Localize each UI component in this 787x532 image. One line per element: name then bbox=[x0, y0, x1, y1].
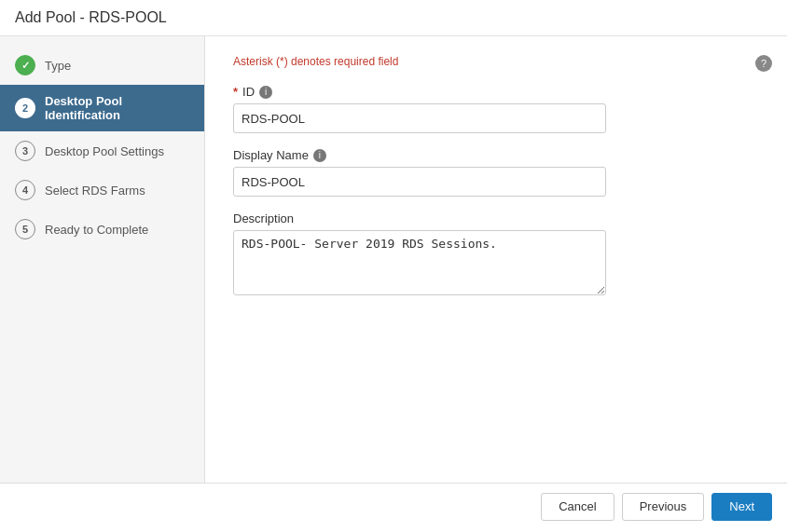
display-name-input[interactable] bbox=[233, 167, 606, 197]
page-title: Add Pool - RDS-POOL bbox=[0, 0, 787, 36]
step-2-label: Desktop Pool Identification bbox=[45, 94, 189, 122]
description-field-group: Description RDS-POOL- Server 2019 RDS Se… bbox=[233, 211, 759, 298]
step-4-label: Select RDS Farms bbox=[45, 184, 145, 198]
sidebar-item-desktop-pool-identification[interactable]: 2 Desktop Pool Identification bbox=[0, 85, 204, 131]
sidebar-item-ready-to-complete[interactable]: 5 Ready to Complete bbox=[0, 210, 204, 249]
sidebar: ✓ Type 2 Desktop Pool Identification 3 D… bbox=[0, 36, 205, 483]
step-1-number: ✓ bbox=[15, 55, 35, 75]
display-name-label: Display Name i bbox=[233, 148, 759, 162]
step-1-label: Type bbox=[45, 59, 71, 73]
step-2-number: 2 bbox=[15, 98, 35, 118]
step-5-label: Ready to Complete bbox=[45, 223, 148, 237]
cancel-button[interactable]: Cancel bbox=[541, 493, 614, 521]
description-textarea[interactable]: RDS-POOL- Server 2019 RDS Sessions. bbox=[233, 230, 606, 295]
step-3-label: Desktop Pool Settings bbox=[45, 144, 164, 158]
sidebar-item-type[interactable]: ✓ Type bbox=[0, 46, 204, 85]
footer: Cancel Previous Next bbox=[0, 483, 787, 529]
id-label: * ID i bbox=[233, 85, 759, 99]
id-field-group: * ID i bbox=[233, 85, 759, 133]
next-button[interactable]: Next bbox=[711, 493, 772, 521]
step-5-number: 5 bbox=[15, 219, 35, 239]
id-input[interactable] bbox=[233, 103, 606, 133]
help-icon[interactable]: ? bbox=[755, 55, 772, 72]
sidebar-item-desktop-pool-settings[interactable]: 3 Desktop Pool Settings bbox=[0, 131, 204, 171]
display-name-info-icon[interactable]: i bbox=[313, 149, 326, 162]
display-name-field-group: Display Name i bbox=[233, 148, 759, 197]
description-label: Description bbox=[233, 211, 759, 225]
required-note: Asterisk (*) denotes required field bbox=[233, 55, 759, 68]
step-4-number: 4 bbox=[15, 180, 35, 200]
id-info-icon[interactable]: i bbox=[259, 86, 272, 99]
step-3-number: 3 bbox=[15, 141, 35, 161]
previous-button[interactable]: Previous bbox=[622, 493, 705, 521]
sidebar-item-select-rds-farms[interactable]: 4 Select RDS Farms bbox=[0, 171, 204, 210]
content-area: Asterisk (*) denotes required field ? * … bbox=[205, 36, 787, 483]
